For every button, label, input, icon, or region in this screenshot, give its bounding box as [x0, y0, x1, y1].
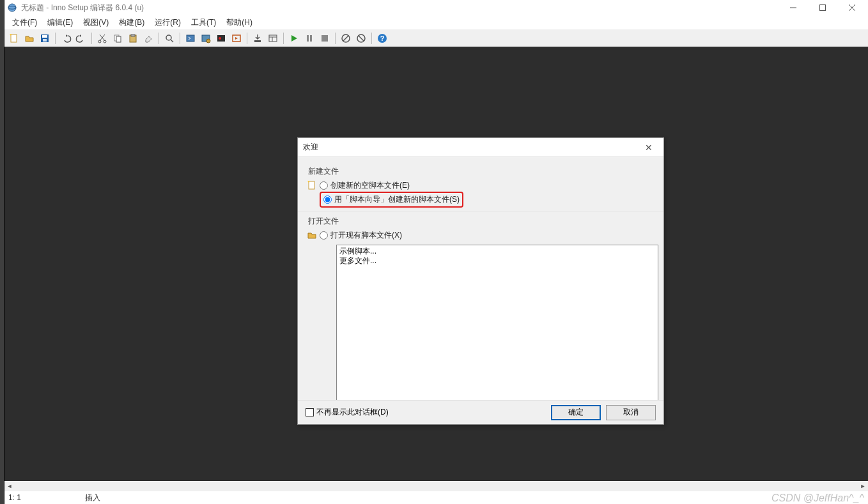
download-icon[interactable]: [251, 31, 265, 45]
erase-icon[interactable]: [141, 31, 155, 45]
output-icon[interactable]: [229, 31, 244, 45]
menu-view[interactable]: 视图(V): [78, 16, 114, 29]
svg-line-35: [343, 36, 348, 41]
svg-rect-32: [310, 35, 312, 42]
compile-icon[interactable]: [183, 31, 198, 45]
pause-icon[interactable]: [302, 31, 316, 45]
save-icon[interactable]: [38, 31, 52, 45]
registry-icon[interactable]: [266, 31, 280, 45]
new-icon[interactable]: [7, 31, 21, 45]
svg-rect-31: [307, 35, 309, 42]
svg-point-25: [219, 37, 221, 40]
paste-icon[interactable]: [126, 31, 140, 45]
find-icon[interactable]: [162, 31, 176, 45]
svg-line-37: [359, 36, 364, 41]
toolbar-separator: [247, 33, 247, 44]
dialog-close-icon[interactable]: ✕: [639, 142, 658, 153]
menu-edit[interactable]: 编辑(E): [42, 16, 78, 29]
welcome-dialog: 欢迎 ✕ 新建文件 创建新的空脚本文件(E) 用「脚本向导」创建: [297, 137, 664, 425]
minimize-button[interactable]: [779, 0, 808, 15]
compile-options-icon[interactable]: [199, 31, 213, 45]
svg-rect-6: [11, 34, 17, 42]
svg-rect-33: [322, 35, 328, 42]
radio-new-wizard[interactable]: 用「脚本向导」创建新的脚本文件(S): [323, 194, 460, 206]
window-title: 无标题 - Inno Setup 编译器 6.0.4 (u): [21, 3, 779, 13]
dialog-separator: [298, 211, 663, 212]
svg-rect-8: [42, 35, 47, 38]
new-file-group-label: 新建文件: [308, 166, 655, 177]
svg-rect-15: [116, 36, 121, 42]
redo-icon[interactable]: [74, 31, 88, 45]
svg-marker-18: [146, 36, 151, 42]
radio-new-wizard-input[interactable]: [323, 195, 332, 204]
toolbar-separator: [159, 33, 159, 44]
list-item[interactable]: 示例脚本...: [339, 247, 655, 256]
list-item[interactable]: 更多文件...: [339, 256, 655, 266]
toolbar-separator: [283, 33, 284, 44]
menu-run[interactable]: 运行(R): [150, 16, 186, 29]
cursor-position: 1: 1: [8, 493, 85, 502]
svg-rect-40: [309, 181, 314, 189]
toolbar-separator: [91, 33, 92, 44]
menu-help[interactable]: 帮助(H): [221, 16, 258, 29]
toolbar: ?: [4, 29, 868, 47]
dont-show-checkbox[interactable]: 不再显示此对话框(D): [306, 407, 389, 418]
stop-icon[interactable]: [318, 31, 332, 45]
radio-open-existing[interactable]: 打开现有脚本文件(X): [320, 229, 655, 241]
svg-rect-9: [43, 39, 47, 42]
new-file-icon: [307, 179, 320, 192]
toolbar-separator: [371, 33, 372, 44]
dont-show-label: 不再显示此对话框(D): [316, 407, 389, 418]
scroll-track[interactable]: [15, 481, 858, 491]
help-icon[interactable]: ?: [375, 31, 389, 45]
run-icon[interactable]: [287, 31, 301, 45]
cancel-button[interactable]: 取消: [606, 405, 656, 420]
block2-icon[interactable]: [354, 31, 368, 45]
insert-mode: 插入: [85, 493, 136, 503]
svg-rect-27: [254, 40, 261, 42]
open-file-icon: [307, 229, 320, 242]
svg-rect-3: [820, 5, 826, 11]
recent-files-list[interactable]: 示例脚本... 更多文件...: [336, 245, 658, 402]
maximize-button[interactable]: [808, 0, 837, 15]
open-icon[interactable]: [22, 31, 36, 45]
svg-rect-28: [269, 35, 277, 42]
svg-point-23: [206, 39, 210, 43]
app-icon: [7, 3, 17, 13]
open-file-group-label: 打开文件: [308, 216, 655, 227]
copy-icon[interactable]: [111, 31, 125, 45]
radio-open-existing-label: 打开现有脚本文件(X): [330, 230, 402, 241]
radio-open-existing-input[interactable]: [320, 231, 328, 240]
horizontal-scrollbar[interactable]: ◄ ►: [4, 481, 868, 491]
close-button[interactable]: [837, 0, 867, 15]
wizard-option-highlight: 用「脚本向导」创建新的脚本文件(S): [320, 192, 463, 208]
menu-file[interactable]: 文件(F): [7, 16, 42, 29]
breakpoint-icon[interactable]: [214, 31, 228, 45]
svg-point-19: [166, 35, 171, 40]
watermark: CSDN @JeffHan^_^: [771, 493, 864, 504]
block-icon[interactable]: [339, 31, 353, 45]
menu-build[interactable]: 构建(B): [114, 16, 150, 29]
dialog-titlebar: 欢迎 ✕: [298, 138, 663, 157]
dialog-body: 新建文件 创建新的空脚本文件(E) 用「脚本向导」创建新的脚本文件(S): [298, 157, 663, 402]
dialog-title: 欢迎: [303, 142, 639, 153]
radio-new-empty-input[interactable]: [320, 181, 328, 190]
menu-tools[interactable]: 工具(T): [186, 16, 221, 29]
radio-new-empty[interactable]: 创建新的空脚本文件(E): [320, 179, 655, 192]
undo-icon[interactable]: [59, 31, 73, 45]
svg-line-20: [171, 40, 173, 42]
radio-new-wizard-label: 用「脚本向导」创建新的脚本文件(S): [334, 194, 460, 205]
svg-rect-17: [131, 34, 135, 36]
scroll-right-icon[interactable]: ►: [858, 481, 868, 491]
cut-icon[interactable]: [95, 31, 109, 45]
svg-point-0: [8, 4, 16, 11]
adjacent-window-sliver: [0, 0, 4, 504]
dialog-footer: 不再显示此对话框(D) 确定 取消: [298, 400, 663, 424]
menubar: 文件(F) 编辑(E) 视图(V) 构建(B) 运行(R) 工具(T) 帮助(H…: [4, 15, 868, 29]
toolbar-separator: [335, 33, 336, 44]
statusbar: 1: 1 插入 CSDN @JeffHan^_^: [4, 491, 868, 504]
ok-button[interactable]: 确定: [551, 405, 601, 420]
checkbox-icon[interactable]: [306, 408, 314, 416]
app-window: 无标题 - Inno Setup 编译器 6.0.4 (u) 文件(F) 编辑(…: [4, 0, 868, 504]
scroll-left-icon[interactable]: ◄: [4, 481, 15, 491]
